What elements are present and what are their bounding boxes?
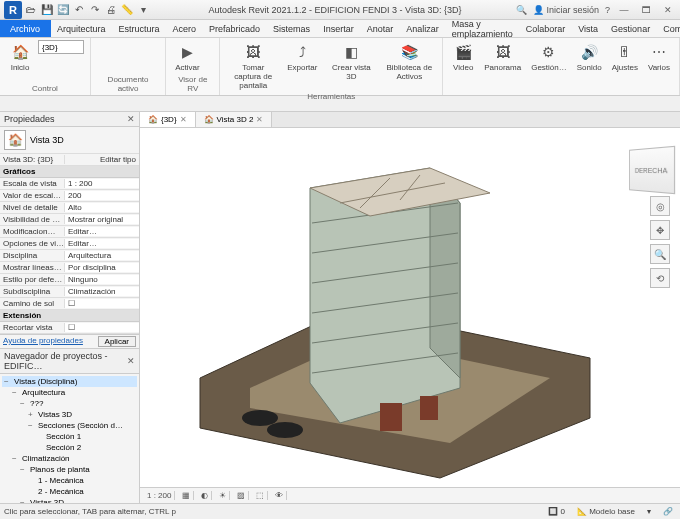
- tree-toggle-icon[interactable]: −: [12, 388, 20, 397]
- tree-item[interactable]: −Planos de planta: [2, 464, 137, 475]
- open-icon[interactable]: 🗁: [24, 3, 38, 17]
- minimize-button[interactable]: —: [616, 3, 632, 17]
- tree-toggle-icon[interactable]: −: [20, 498, 28, 503]
- tree-item[interactable]: −Secciones (Sección d…: [2, 420, 137, 431]
- property-value[interactable]: Editar…: [64, 227, 139, 236]
- measure-icon[interactable]: 📏: [120, 3, 134, 17]
- properties-close-icon[interactable]: ✕: [127, 114, 135, 124]
- steering-wheel-icon[interactable]: ◎: [650, 196, 670, 216]
- ribbon-button[interactable]: 🎬Video: [449, 40, 477, 74]
- visual-style-icon[interactable]: ◐: [198, 491, 212, 500]
- ribbon-tab-estructura[interactable]: Estructura: [113, 20, 167, 37]
- property-value[interactable]: Arquitectura: [64, 251, 139, 260]
- browser-close-icon[interactable]: ✕: [127, 356, 135, 366]
- view-tab[interactable]: 🏠{3D}✕: [140, 112, 196, 127]
- ribbon-tab-gestionar[interactable]: Gestionar: [605, 20, 657, 37]
- sync-icon[interactable]: 🔄: [56, 3, 70, 17]
- tree-item[interactable]: −???: [2, 398, 137, 409]
- property-value[interactable]: Climatización: [64, 287, 139, 296]
- tree-toggle-icon[interactable]: −: [28, 421, 36, 430]
- ribbon-tab-insertar[interactable]: Insertar: [317, 20, 361, 37]
- close-icon[interactable]: ✕: [256, 115, 263, 124]
- property-value[interactable]: ☐: [64, 299, 139, 308]
- ribbon-button[interactable]: 🖼Tomar captura de pantalla: [226, 40, 280, 91]
- detail-level-icon[interactable]: ▦: [179, 491, 194, 500]
- property-value[interactable]: Por disciplina: [64, 263, 139, 272]
- ribbon-tab-complementos[interactable]: Complementos: [657, 20, 680, 37]
- link-icon[interactable]: 🔗: [660, 507, 676, 516]
- tree-item[interactable]: −Vistas (Disciplina): [2, 376, 137, 387]
- view-tab[interactable]: 🏠Vista 3D 2✕: [196, 112, 273, 127]
- qat-more-icon[interactable]: ▾: [136, 3, 150, 17]
- shadows-icon[interactable]: ▨: [234, 491, 249, 500]
- tree-item[interactable]: −Vistas 3D: [2, 497, 137, 503]
- ribbon-tab-colaborar[interactable]: Colaborar: [520, 20, 573, 37]
- undo-icon[interactable]: ↶: [72, 3, 86, 17]
- tree-item[interactable]: −Climatización: [2, 453, 137, 464]
- zoom-icon[interactable]: 🔍: [650, 244, 670, 264]
- hide-isolate-icon[interactable]: 👁: [272, 491, 287, 500]
- filter-icon[interactable]: ▾: [644, 507, 654, 516]
- ribbon-button[interactable]: 📚Biblioteca de Activos: [382, 40, 436, 83]
- app-logo[interactable]: R: [4, 1, 22, 19]
- search-icon[interactable]: 🔍: [516, 5, 527, 15]
- ribbon-button[interactable]: 🔊Sonido: [574, 40, 605, 74]
- print-icon[interactable]: 🖨: [104, 3, 118, 17]
- ribbon-tab-analizar[interactable]: Analizar: [400, 20, 446, 37]
- help-icon[interactable]: ?: [605, 5, 610, 15]
- ribbon-tab-sistemas[interactable]: Sistemas: [267, 20, 317, 37]
- property-value[interactable]: Ninguno: [64, 275, 139, 284]
- close-icon[interactable]: ✕: [180, 115, 187, 124]
- maximize-button[interactable]: 🗖: [638, 3, 654, 17]
- property-value[interactable]: Alto: [64, 203, 139, 212]
- save-icon[interactable]: 💾: [40, 3, 54, 17]
- crop-icon[interactable]: ⬚: [253, 491, 268, 500]
- redo-icon[interactable]: ↷: [88, 3, 102, 17]
- model-base-button[interactable]: 📐 Modelo base: [574, 507, 638, 516]
- tree-item[interactable]: −Arquitectura: [2, 387, 137, 398]
- tree-toggle-icon[interactable]: −: [20, 465, 28, 474]
- viewcube[interactable]: DERECHA: [629, 146, 675, 194]
- ribbon-button[interactable]: 🖼Panorama: [481, 40, 524, 74]
- ribbon-button[interactable]: ▶Activar: [172, 40, 202, 74]
- close-button[interactable]: ✕: [660, 3, 676, 17]
- ribbon-button[interactable]: ◧Crear vista 3D: [324, 40, 378, 83]
- tree-item[interactable]: 1 - Mecánica: [2, 475, 137, 486]
- view-combo[interactable]: {3D}: [38, 40, 84, 54]
- ribbon-button[interactable]: ⚙Gestión…: [528, 40, 570, 74]
- tree-toggle-icon[interactable]: −: [20, 399, 28, 408]
- ribbon-tab-archivo[interactable]: Archivo: [0, 20, 51, 37]
- scale-control[interactable]: 1 : 200: [144, 491, 175, 500]
- ribbon-tab-vista[interactable]: Vista: [572, 20, 605, 37]
- selection-count[interactable]: 🔲 0: [545, 507, 568, 516]
- graphics-category[interactable]: Gráficos: [0, 166, 139, 178]
- ribbon-tab-arquitectura[interactable]: Arquitectura: [51, 20, 113, 37]
- edit-type-button[interactable]: Editar tipo: [64, 155, 139, 164]
- tree-item[interactable]: +Vistas 3D: [2, 409, 137, 420]
- apply-button[interactable]: Aplicar: [98, 336, 136, 347]
- orbit-icon[interactable]: ⟲: [650, 268, 670, 288]
- property-value[interactable]: Mostrar original: [64, 215, 139, 224]
- property-value[interactable]: Editar…: [64, 239, 139, 248]
- type-selector[interactable]: 🏠 Vista 3D: [0, 127, 139, 154]
- properties-help-link[interactable]: Ayuda de propiedades: [3, 336, 83, 347]
- ribbon-button[interactable]: ⤴Exportar: [284, 40, 320, 74]
- tree-item[interactable]: Sección 2: [2, 442, 137, 453]
- ribbon-tab-prefabricado[interactable]: Prefabricado: [203, 20, 267, 37]
- pan-icon[interactable]: ✥: [650, 220, 670, 240]
- tree-toggle-icon[interactable]: +: [28, 410, 36, 419]
- tree-toggle-icon[interactable]: −: [12, 454, 20, 463]
- ribbon-button[interactable]: 🏠Inicio: [6, 40, 34, 74]
- property-value[interactable]: 200: [64, 191, 139, 200]
- sun-path-icon[interactable]: ☀: [216, 491, 230, 500]
- tree-item[interactable]: Sección 1: [2, 431, 137, 442]
- ribbon-tab-acero[interactable]: Acero: [167, 20, 204, 37]
- ribbon-button[interactable]: 🎚Ajustes: [609, 40, 641, 74]
- viewport-3d[interactable]: DERECHA ◎ ✥ 🔍 ⟲: [140, 128, 680, 487]
- ribbon-tab-anotar[interactable]: Anotar: [361, 20, 401, 37]
- tree-toggle-icon[interactable]: −: [4, 377, 12, 386]
- property-value[interactable]: ☐: [64, 323, 139, 332]
- property-value[interactable]: 1 : 200: [64, 179, 139, 188]
- tree-item[interactable]: 2 - Mecánica: [2, 486, 137, 497]
- extents-category[interactable]: Extensión: [0, 310, 139, 322]
